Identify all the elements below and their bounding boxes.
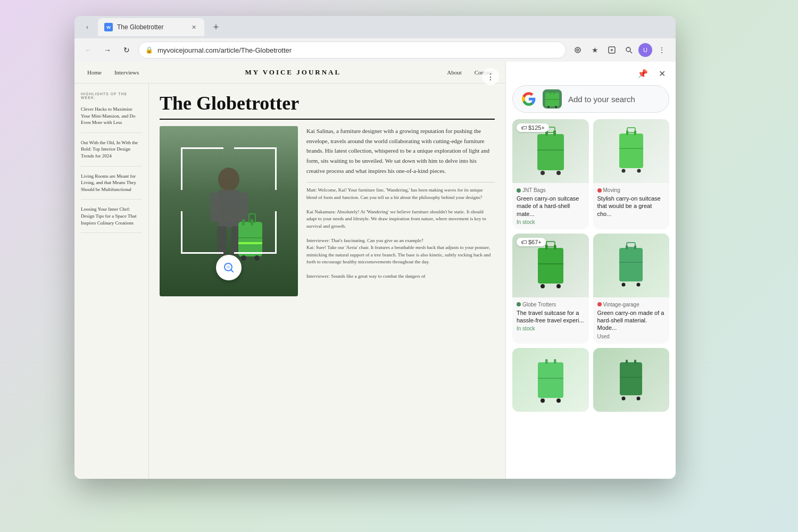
toolbar-actions: ★ U ⋮ [570, 43, 669, 57]
svg-point-33 [556, 171, 561, 175]
more-options-btn[interactable]: ⋮ [654, 43, 669, 57]
article-interview: Matt: Welcome, Kai! Your furniture line,… [306, 182, 495, 280]
svg-rect-38 [627, 128, 635, 132]
tab-scroll-left-btn[interactable]: ‹ [81, 21, 94, 34]
scan-corner-br [234, 211, 277, 254]
scan-corner-tr [234, 147, 277, 190]
back-btn[interactable]: ← [81, 43, 96, 57]
lens-search-text: Add to your search [568, 95, 660, 104]
sidebar-section-title: HIGHLIGHTS OF THE WEEK: [81, 92, 142, 99]
new-tab-btn[interactable]: + [209, 20, 223, 35]
lens-card-5-image [512, 348, 589, 412]
svg-rect-57 [545, 359, 548, 364]
browser-titlebar: ‹ W The Globetrotter ✕ + [74, 16, 676, 38]
svg-rect-41 [538, 248, 563, 284]
lens-results-grid: 🏷 $125+ JNT Bags Green carry-on suitcase… [512, 119, 669, 412]
lens-close-btn[interactable]: ✕ [654, 66, 669, 81]
lens-overlay-icon[interactable] [216, 255, 242, 280]
lens-card-2-img-wrap [593, 119, 670, 183]
nav-home-link[interactable]: Home [87, 69, 102, 76]
lens-pin-btn[interactable]: 📌 [635, 66, 650, 81]
lens-card-4-seller: Vintage-garage [597, 302, 666, 307]
svg-point-20 [227, 265, 230, 269]
svg-point-40 [637, 169, 641, 173]
lens-search-bar[interactable]: Add to your search [512, 85, 669, 113]
svg-rect-27 [537, 134, 564, 170]
svg-point-1 [577, 49, 579, 51]
seller-dot-2 [597, 188, 602, 193]
sidebar-item-3[interactable]: Living Rooms are Meant for Living, and t… [81, 173, 142, 200]
lens-card-4-info: Vintage-garage Green carry-on made of a … [593, 297, 670, 344]
svg-point-65 [622, 397, 626, 401]
browser-tab-active[interactable]: W The Globetrotter ✕ [98, 18, 204, 36]
lens-card-2[interactable]: Moving Stylish carry-on suitcase that wo… [593, 119, 670, 229]
scan-corner-bl [181, 211, 223, 254]
lens-card-6[interactable] [593, 348, 670, 412]
lens-card-3-title: The travel suitcase for a hassle-free tr… [517, 309, 585, 325]
address-text: myvoicejournal.com/article/The-Globetrot… [157, 46, 559, 54]
mvj-main-article: The Globetrotter [149, 84, 505, 478]
svg-point-0 [575, 47, 580, 53]
svg-rect-64 [634, 360, 636, 364]
lens-card-1-info: JNT Bags Green carry-on suitcase made of… [512, 183, 589, 229]
sidebar-item-4[interactable]: Loosing Your Inner Chef: Design Tips for… [81, 206, 142, 233]
svg-point-3 [626, 47, 630, 52]
lens-sidebar: 📌 ✕ [505, 62, 676, 479]
lens-card-3-img-wrap: 🏷 $67+ [512, 234, 589, 297]
forward-btn[interactable]: → [100, 43, 115, 57]
mvj-logo: MY VOICE JOURNAL [139, 68, 447, 77]
svg-point-32 [541, 171, 545, 175]
address-bar[interactable]: 🔒 myvoicejournal.com/article/The-Globetr… [138, 41, 566, 59]
mvj-content: HIGHLIGHTS OF THE WEEK: Clever Hacks to … [74, 84, 505, 478]
article-title: The Globetrotter [160, 92, 495, 120]
lens-card-3-seller: Globe Trotters [517, 302, 585, 307]
mvj-nav: Home Interviews MY VOICE JOURNAL About C… [74, 62, 505, 84]
interview-text: Matt: Welcome, Kai! Your furniture line,… [306, 187, 495, 280]
nav-about-link[interactable]: About [447, 69, 462, 76]
lens-card-4-title: Green carry-on made of a hard-shell mate… [597, 309, 666, 332]
svg-rect-63 [626, 360, 628, 364]
lens-btn[interactable] [621, 43, 636, 57]
sidebar-item-1[interactable]: Clever Hacks to Maximize Your Mini-Mansi… [81, 106, 142, 133]
lens-card-1-seller: JNT Bags [517, 187, 585, 193]
lens-header: 📌 ✕ [506, 62, 676, 85]
svg-point-46 [541, 284, 545, 288]
svg-rect-52 [627, 243, 635, 247]
lens-card-2-image [593, 119, 670, 183]
my-voice-journal-page: Home Interviews MY VOICE JOURNAL About C… [74, 62, 505, 479]
svg-point-53 [622, 282, 626, 286]
browser-toolbar: ← → ↻ 🔒 myvoicejournal.com/article/The-G… [74, 38, 676, 62]
lens-card-5[interactable] [512, 348, 589, 412]
page-more-options-btn[interactable]: ⋮ [482, 68, 499, 85]
lens-card-3-price: 🏷 $67+ [517, 238, 546, 246]
lens-card-1[interactable]: 🏷 $125+ JNT Bags Green carry-on suitcase… [512, 119, 589, 229]
screen-capture-btn[interactable] [570, 43, 585, 57]
svg-point-59 [541, 398, 545, 403]
lens-card-2-info: Moving Stylish carry-on suitcase that wo… [593, 183, 670, 223]
svg-point-66 [637, 397, 641, 401]
user-avatar[interactable]: U [638, 43, 652, 57]
tab-favicon: W [104, 23, 113, 31]
extensions-btn[interactable] [604, 43, 619, 57]
lens-card-3-info: Globe Trotters The travel suitcase for a… [512, 297, 589, 336]
lens-card-4-img-wrap [593, 234, 670, 297]
nav-interviews-link[interactable]: Interviews [114, 69, 139, 76]
lens-card-1-title: Green carry-on suitcase made of a hard-s… [517, 195, 585, 218]
lens-card-4[interactable]: Vintage-garage Green carry-on made of a … [593, 234, 670, 344]
tab-close-btn[interactable]: ✕ [189, 23, 198, 31]
lens-card-4-status: Used [597, 334, 666, 339]
reload-btn[interactable]: ↻ [119, 43, 134, 57]
lens-card-2-seller: Moving [597, 187, 666, 193]
lens-card-3[interactable]: 🏷 $67+ Globe Trotters The travel suitcas… [512, 234, 589, 344]
seller-dot-1 [517, 188, 521, 193]
svg-point-47 [556, 284, 561, 288]
mvj-sidebar: HIGHLIGHTS OF THE WEEK: Clever Hacks to … [74, 84, 149, 478]
bookmark-btn[interactable]: ★ [587, 43, 602, 57]
svg-point-39 [621, 169, 625, 173]
svg-point-17 [254, 255, 260, 261]
sidebar-item-2[interactable]: Out With the Old, In With the Bold: Top … [81, 139, 142, 167]
article-body: Kai Salinas, a furniture designer with a… [160, 126, 495, 296]
mvj-nav-left: Home Interviews [87, 69, 139, 76]
svg-point-25 [547, 106, 550, 108]
article-photo-bg [160, 126, 298, 296]
